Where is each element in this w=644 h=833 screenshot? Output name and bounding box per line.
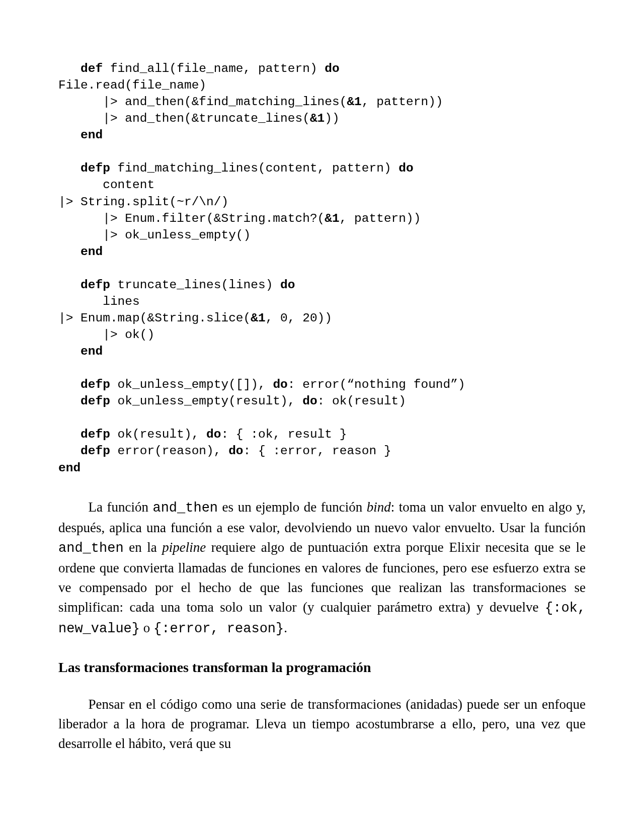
paragraph-2: Pensar en el código como una serie de tr… — [58, 695, 586, 754]
section-heading: Las transformaciones transforman la prog… — [58, 659, 586, 676]
code-block: def find_all(file_name, pattern) do File… — [58, 60, 586, 476]
paragraph-1: La función and_then es un ejemplo de fun… — [58, 497, 586, 639]
